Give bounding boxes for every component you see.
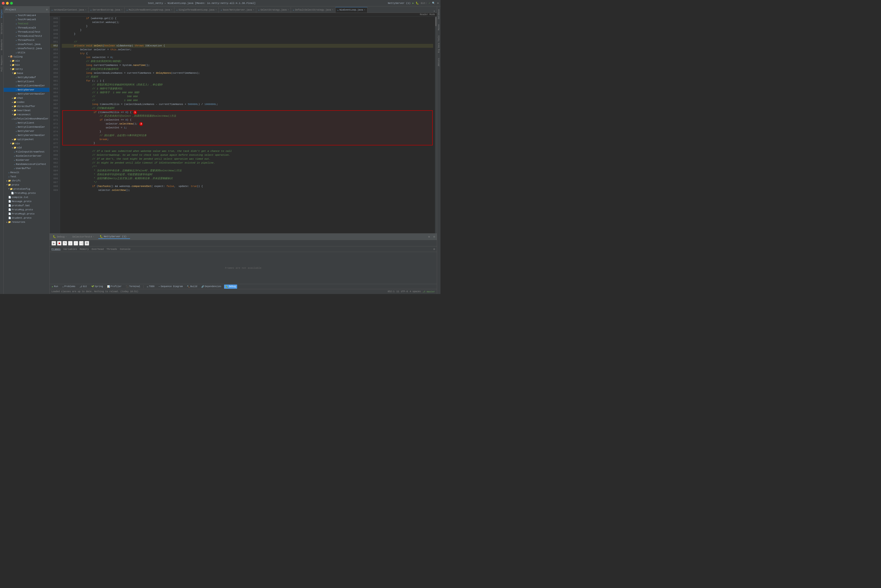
tree-item-nettyclient2[interactable]: ☕NettyClient <box>4 121 50 125</box>
tree-item-threadlocaltest2[interactable]: ☕ThreadLocalTest2 <box>4 34 50 38</box>
tree-item-fileinputstreamtest[interactable]: ☕FileInputStreamTest <box>4 150 50 154</box>
debug-step-into-btn[interactable]: ↓ <box>68 241 73 246</box>
tree-item-studentproto[interactable]: 📄Student.proto <box>4 216 50 220</box>
debug-step-out-btn[interactable]: ↑ <box>74 241 78 246</box>
minimize-button[interactable] <box>6 2 9 4</box>
tree-item-threadtest4[interactable]: ☕ThreadTest4 <box>4 38 50 42</box>
terminal-button[interactable]: ⬛ Terminal <box>124 285 141 289</box>
tree-item-reconnect[interactable]: ▼📁reconnect <box>4 112 50 117</box>
spring-button[interactable]: 🌱 Spring <box>90 285 104 289</box>
sidebar-structure-icon[interactable]: Structure <box>1 23 3 34</box>
debug-subtab-overhead[interactable]: Overhead <box>92 248 104 250</box>
tree-item-messageproto[interactable]: 📄Message.proto <box>4 200 50 204</box>
tree-item-protomsgproto1[interactable]: 📄ProtoMsg.proto <box>4 191 50 195</box>
window-controls[interactable] <box>2 2 13 4</box>
tree-item-userbuffer[interactable]: ☕UserBuffer <box>4 166 50 170</box>
project-settings-icon[interactable]: ⚙ <box>46 8 48 11</box>
tree-item-splitpacket[interactable]: ▶📁splitpacket <box>4 137 50 141</box>
sidebar-pull-requests-icon[interactable]: Pull Requests <box>1 56 3 71</box>
git-button[interactable]: ⎇ Git <box>78 285 89 289</box>
tree-item-nettybytebuf[interactable]: ☕NettyByteBuf <box>4 75 50 80</box>
tree-item-nettyserver1[interactable]: ☕NettyServer <box>4 88 50 92</box>
debug-subtab-memory[interactable]: Memory <box>80 248 89 250</box>
debug-filter-icon[interactable]: ⊟ <box>434 235 435 238</box>
tree-item-directbuffer[interactable]: ▶📁directbuffer <box>4 104 50 108</box>
tree-item-result[interactable]: ☕Result <box>4 170 50 175</box>
tree-item-nettyclienthandler2[interactable]: ☕NettyClientHandler <box>4 125 50 129</box>
tree-item-nettyclienthandler1[interactable]: ☕NettyClientHandler <box>4 84 50 88</box>
tree-item-resources[interactable]: ▶📁resources <box>4 220 50 224</box>
debug-bottom-button[interactable]: 🐛 Debug <box>224 285 237 289</box>
right-sidebar-bigdata-icon[interactable]: Big Data Tools <box>438 35 440 53</box>
tree-item-protomsg3proto[interactable]: 📄ProtoMsg3.proto <box>4 212 50 216</box>
debug-tab-nettyserver[interactable]: 🐛 NettyServer (1) × <box>98 234 130 239</box>
tree-item-testpromise4[interactable]: ☕TestPromise4 <box>4 14 50 18</box>
tree-item-testpromise5[interactable]: ☕TestPromise5 <box>4 18 50 22</box>
tree-item-thrift[interactable]: ▶📁thrift <box>4 179 50 183</box>
debug-tab-selectortest4[interactable]: SelectorTest4 × <box>71 235 95 238</box>
tree-item-threadlocaltest[interactable]: ☕ThreadLocalTest <box>4 30 50 34</box>
tree-item-threadlocal5[interactable]: ☕ThreadLocal5 <box>4 26 50 30</box>
debug-settings-icon[interactable]: ⚙ <box>428 235 430 238</box>
sidebar-project-icon[interactable]: Project <box>1 9 3 18</box>
maximize-button[interactable] <box>10 2 13 4</box>
right-sidebar-jbstats-icon[interactable]: JBStats <box>438 58 440 67</box>
git-checkmark[interactable]: ✓ <box>429 2 431 4</box>
sequence-diagram-button[interactable]: ↔ Sequence Diagram <box>157 285 184 289</box>
tree-item-codec[interactable]: ▶📁codec <box>4 100 50 104</box>
right-sidebar-database-icon[interactable]: Database <box>438 9 440 19</box>
debug-filter-icon2[interactable]: ⊟ <box>434 248 435 250</box>
tree-item-chat[interactable]: ▶📁chat <box>4 96 50 100</box>
tree-item-nettyserverhandler2[interactable]: ☕NettyServerHandler <box>4 133 50 137</box>
tree-item-old[interactable]: ▶📁old <box>4 146 50 150</box>
debug-subtab-variables[interactable]: Variables <box>63 248 77 250</box>
tree-item-nettyserver2[interactable]: ☕NettyServer <box>4 129 50 133</box>
sidebar-bookmarks-icon[interactable]: Bookmarks <box>1 39 3 50</box>
tree-item-nioserver[interactable]: ☕NioServer <box>4 158 50 162</box>
tab-nethandlercontext[interactable]: ☕ netHandlerContext.java × <box>50 7 89 13</box>
tree-item-protobubbat[interactable]: 📄protobuf.bat <box>4 204 50 208</box>
tab-multithreadeventloopgroup[interactable]: ☕ MultithreadEventLoopGroup.java × <box>125 7 174 13</box>
tab-nioeventloop[interactable]: ☕ NioEventLoop.java × <box>336 7 368 13</box>
todo-button[interactable]: ☑ TODO <box>146 285 156 289</box>
tree-item-protomsgproto2[interactable]: 📄ProtoMsg.proto <box>4 208 50 212</box>
tree-item-compiletxt[interactable]: 📄compile.txt <box>4 195 50 200</box>
settings-icon[interactable]: ⚙ <box>437 2 439 4</box>
reader-mode-label[interactable]: Reader Mode <box>420 14 435 16</box>
tab-serverbootstrap[interactable]: ☕ ServerBootstrap.java × <box>89 7 125 13</box>
tree-item-proto[interactable]: ▼📁proto <box>4 183 50 187</box>
tab-more-icon[interactable]: ▾ <box>432 10 437 13</box>
tree-item-randomaccessfiletest[interactable]: ☕RandomAccessFileTest <box>4 162 50 166</box>
debug-resume-btn[interactable]: ▶ <box>51 241 56 246</box>
tree-item-unsafetest[interactable]: ☕UnsafeTest.java <box>4 42 50 46</box>
tree-item-lifecycle[interactable]: ☕LifeCycleInBoundHandler <box>4 117 50 121</box>
run-button[interactable]: ▶ Run <box>51 285 60 289</box>
debug-stop-btn[interactable]: ■ <box>57 241 62 246</box>
debug-evaluate-btn[interactable]: ⌘ <box>84 241 89 246</box>
project-tree[interactable]: ☕TestPromise4 ☕TestPromise5 ☕Testxx2 ☕Th… <box>4 13 50 294</box>
tree-item-nettyserverhandler1[interactable]: ☕NettyServerHandler <box>4 92 50 96</box>
tree-item-bio[interactable]: ▶📁bio <box>4 63 50 67</box>
tree-item-protoconfigs[interactable]: ▼📁protoConfig <box>4 187 50 191</box>
tab-nettyserver[interactable]: ☕ base/NettyServer.java × <box>219 7 256 13</box>
profiler-button[interactable]: 📊 Profiler <box>106 285 123 289</box>
code-editor[interactable]: 845 846 847 848 849 850 851 852 853 854 … <box>50 16 437 233</box>
editor-scrollbar[interactable] <box>435 16 437 233</box>
code-content[interactable]: if (wakenUp.get()) { selector.wakeup(); … <box>60 16 435 233</box>
build-button[interactable]: 🔨 Build <box>185 285 198 289</box>
tree-item-aio[interactable]: ▶📁aio <box>4 59 50 63</box>
tree-item-testxx2[interactable]: ☕Testxx2 <box>4 22 50 26</box>
debug-subtab-console[interactable]: Console <box>120 248 131 250</box>
search-icon[interactable]: 🔍 <box>432 2 435 4</box>
debug-toolbar[interactable]: ▶ ■ ↷ ↓ ↑ →| ⌘ <box>50 240 437 246</box>
close-button[interactable] <box>2 2 5 4</box>
tree-item-netty[interactable]: ▼📁netty <box>4 67 50 71</box>
debug-icon[interactable]: 🐛 <box>416 2 419 4</box>
tree-item-test[interactable]: ☕Test <box>4 175 50 179</box>
debug-step-over-btn[interactable]: ↷ <box>63 241 67 246</box>
debug-subtab-frames[interactable]: Frames <box>51 248 61 250</box>
dependencies-button[interactable]: 🔗 Dependencies <box>200 285 223 289</box>
tree-item-nio[interactable]: ▼📁nio <box>4 141 50 146</box>
tree-item-tuling[interactable]: ▼📦tuling <box>4 55 50 59</box>
problems-button[interactable]: ⚠ Problems <box>61 285 77 289</box>
